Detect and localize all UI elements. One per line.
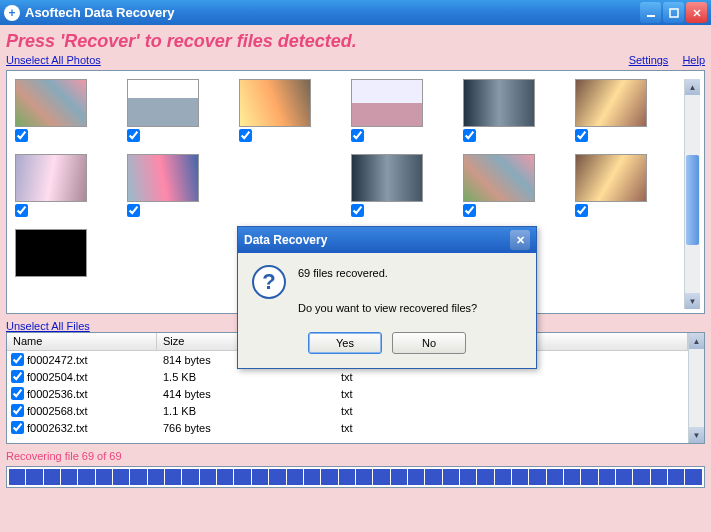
file-checkbox[interactable] [11,370,24,383]
photo-thumbnail [127,154,199,202]
photo-thumbnail [463,79,535,127]
photo-item[interactable] [239,79,311,142]
photo-checkbox[interactable] [127,129,140,142]
file-size: 766 bytes [157,422,335,434]
close-button[interactable] [686,2,707,23]
photo-item[interactable] [351,154,423,217]
main-content: Press 'Recover' to recover files detecte… [0,25,711,532]
table-row[interactable]: f0002536.txt 414 bytes txt [7,385,688,402]
photo-checkbox[interactable] [239,129,252,142]
photo-thumbnail [351,79,423,127]
table-row[interactable]: f0002568.txt 1.1 KB txt [7,402,688,419]
photo-checkbox[interactable] [127,204,140,217]
photo-checkbox[interactable] [15,204,28,217]
photo-thumbnail [463,154,535,202]
dialog-message-line1: 69 files recovered. [298,265,477,283]
photos-scrollbar[interactable]: ▲ ▼ [684,79,700,309]
photo-item[interactable] [351,79,423,142]
minimize-button[interactable] [640,2,661,23]
progress-bar [6,466,705,488]
file-checkbox[interactable] [11,387,24,400]
status-text: Recovering file 69 of 69 [6,450,705,462]
dialog-title: Data Recovery [244,233,510,247]
photo-item[interactable] [575,79,647,142]
instruction-text: Press 'Recover' to recover files detecte… [6,31,705,52]
photo-item[interactable] [575,154,647,217]
svg-rect-1 [670,9,678,17]
file-size: 1.1 KB [157,405,335,417]
photo-checkbox[interactable] [463,204,476,217]
unselect-all-files-link[interactable]: Unselect All Files [6,320,90,332]
photo-checkbox[interactable] [15,129,28,142]
dialog-message-line2: Do you want to view recovered files? [298,300,477,318]
settings-link[interactable]: Settings [629,54,669,66]
photo-checkbox[interactable] [575,204,588,217]
column-header-name[interactable]: Name [7,333,157,350]
file-ext: txt [335,371,475,383]
photo-item[interactable] [127,79,199,142]
file-checkbox[interactable] [11,353,24,366]
scroll-up-icon[interactable]: ▲ [689,333,704,349]
scroll-up-icon[interactable]: ▲ [685,79,700,95]
photo-item[interactable] [15,229,87,277]
file-name: f0002504.txt [27,371,88,383]
photo-checkbox[interactable] [351,129,364,142]
maximize-button[interactable] [663,2,684,23]
photo-thumbnail [239,79,311,127]
app-icon: + [4,5,20,21]
svg-rect-0 [647,15,655,17]
photo-thumbnail [351,154,423,202]
files-scrollbar[interactable]: ▲ ▼ [688,333,704,443]
table-row[interactable]: f0002632.txt 766 bytes txt [7,419,688,436]
photo-thumbnail [15,154,87,202]
file-ext: txt [335,388,475,400]
photo-thumbnail [127,79,199,127]
file-name: f0002568.txt [27,405,88,417]
file-name: f0002632.txt [27,422,88,434]
scroll-thumb[interactable] [686,155,699,245]
yes-button[interactable]: Yes [308,332,382,354]
scroll-down-icon[interactable]: ▼ [685,293,700,309]
file-checkbox[interactable] [11,421,24,434]
photo-checkbox[interactable] [575,129,588,142]
file-size: 1.5 KB [157,371,335,383]
photo-item[interactable] [15,154,87,217]
recovery-dialog: Data Recovery ✕ ? 69 files recovered. Do… [237,226,537,369]
help-link[interactable]: Help [682,54,705,66]
photo-thumbnail [575,79,647,127]
dialog-close-button[interactable]: ✕ [510,230,530,250]
unselect-all-photos-link[interactable]: Unselect All Photos [6,54,101,66]
scroll-down-icon[interactable]: ▼ [689,427,704,443]
file-ext: txt [335,405,475,417]
photo-thumbnail [15,229,87,277]
photo-item[interactable] [127,154,199,217]
photo-thumbnail [15,79,87,127]
file-size: 414 bytes [157,388,335,400]
photo-item[interactable] [15,79,87,142]
photo-checkbox[interactable] [463,129,476,142]
titlebar: + Asoftech Data Recovery [0,0,711,25]
file-ext: txt [335,422,475,434]
file-checkbox[interactable] [11,404,24,417]
file-name: f0002472.txt [27,354,88,366]
file-name: f0002536.txt [27,388,88,400]
photo-item[interactable] [463,79,535,142]
no-button[interactable]: No [392,332,466,354]
window-title: Asoftech Data Recovery [25,5,640,20]
dialog-titlebar: Data Recovery ✕ [238,227,536,253]
photo-thumbnail [575,154,647,202]
photo-item[interactable] [463,154,535,217]
question-icon: ? [252,265,286,299]
photo-thumbnail [239,154,311,202]
table-row[interactable]: f0002504.txt 1.5 KB txt [7,368,688,385]
photo-checkbox[interactable] [351,204,364,217]
